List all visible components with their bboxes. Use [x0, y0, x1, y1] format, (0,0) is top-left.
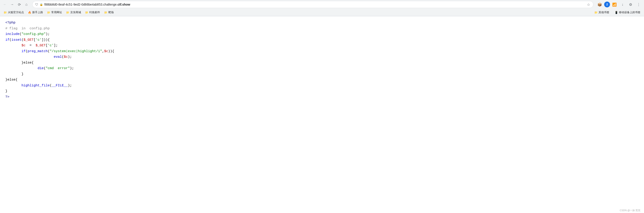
lock-icon: 🔒	[40, 3, 43, 6]
address-bar[interactable]: 🛡 🔒 f88bb8d0-8eaf-4c51-9ed2-0d66be4ab853…	[32, 1, 594, 8]
bookmark-other[interactable]: 📁 其他书签	[592, 10, 611, 15]
toolbar-right: 📦 2 📶 ↓ ⚙ ⋮	[596, 1, 642, 8]
c-var: $c	[22, 44, 26, 48]
bookmark-label: 火狐官方站点	[8, 10, 24, 14]
bookmark-folder-icon: 📁	[66, 11, 70, 14]
cast-button[interactable]: 📶	[611, 1, 618, 8]
code-line-12: highlight_file(__FILE__);	[5, 83, 639, 88]
url-plain-part: f88bb8d0-8eaf-4c51-9ed2-0d66be4ab853.cha…	[44, 3, 118, 6]
reload-button[interactable]: ⟳	[16, 1, 22, 8]
get-c-var: $_GET	[36, 44, 46, 48]
code-line-2: # flag in config.php	[5, 26, 639, 32]
bookmark-label: 新手上路	[32, 10, 43, 14]
include-keyword: include	[5, 32, 20, 36]
if-keyword: if	[5, 38, 10, 42]
bookmark-folder-icon: 📁	[85, 11, 88, 14]
save-button[interactable]: ↓	[619, 1, 626, 8]
isset-func: isset	[12, 38, 22, 42]
bookmark-item-phishing[interactable]: 📁 钓鱼邮件	[83, 10, 102, 15]
bookmark-phone-icon: 📱	[615, 11, 618, 14]
code-line-10: }	[5, 71, 639, 77]
code-line-8: }else{	[5, 60, 639, 66]
bookmark-folder-icon: 📁	[47, 11, 50, 14]
bookmark-folder-icon: 🔥	[28, 11, 31, 14]
comment: # flag in config.php	[5, 26, 50, 30]
file-const: __FILE__	[52, 84, 68, 88]
menu-button[interactable]: ⋮	[635, 1, 642, 8]
config-string: "config.php"	[22, 32, 46, 36]
bookmark-item-jd[interactable]: 📁 京东商城	[64, 10, 83, 15]
php-open-tag: <?php	[5, 21, 16, 24]
bookmark-label: 其他书签	[598, 10, 609, 14]
die-func: die	[38, 66, 44, 70]
browser-chrome: ← → ⟳ ⌂ 🛡 🔒 f88bb8d0-8eaf-4c51-9ed2-0d66…	[0, 0, 644, 16]
bookmark-folder-icon: 📁	[4, 11, 7, 14]
get-var: $_GET	[24, 38, 34, 42]
bookmark-label: 京东商城	[70, 10, 81, 14]
code-line-5: $c = $_GET['c'];	[5, 43, 639, 48]
bookmark-item-target[interactable]: 📁 靶场	[102, 10, 116, 15]
php-close-tag: ?>	[5, 95, 10, 99]
eval-func: eval	[54, 55, 62, 59]
forward-button[interactable]: →	[9, 1, 15, 8]
bookmark-label: 常用网址	[51, 10, 62, 14]
preg-match-func: preg_match	[28, 50, 48, 53]
extensions-puzzle-button[interactable]: ⚙	[627, 1, 634, 8]
bookmark-label: 移动设备上的书签	[619, 10, 640, 14]
code-line-13: }	[5, 88, 639, 94]
outer-else: }else{	[5, 78, 18, 82]
nav-bar: ← → ⟳ ⌂ 🛡 🔒 f88bb8d0-8eaf-4c51-9ed2-0d66…	[0, 0, 644, 9]
code-line-14: ?>	[5, 94, 639, 100]
url-bold-part: ctf.show	[118, 3, 130, 6]
bookmark-mobile[interactable]: 📱 移动设备上的书签	[613, 10, 642, 15]
bookmark-folder-icon: 📁	[104, 11, 108, 14]
bookmark-item-newcomer[interactable]: 🔥 新手上路	[26, 10, 45, 15]
code-line-6: if(preg_match("/system|exec|highlight/i"…	[5, 48, 639, 54]
if2-keyword: if	[22, 50, 26, 53]
back-button[interactable]: ←	[2, 1, 8, 8]
bookmark-item-common[interactable]: 📁 常用网址	[45, 10, 64, 15]
bookmark-star-button[interactable]: ☆	[586, 2, 590, 7]
bookmark-item-huhu[interactable]: 📁 火狐官方站点	[2, 10, 26, 15]
code-line-7: eval($c);	[5, 54, 639, 60]
security-icon: 🛡	[35, 3, 38, 6]
code-line-11: }else{	[5, 77, 639, 83]
bookmarks-bar: 📁 火狐官方站点 🔥 新手上路 📁 常用网址 📁 京东商城 📁 钓鱼邮件 📁 靶…	[0, 9, 644, 16]
url-display: f88bb8d0-8eaf-4c51-9ed2-0d66be4ab853.cha…	[44, 3, 585, 6]
code-line-4: if(isset($_GET['c'])){	[5, 37, 639, 43]
else-block-1: }else{	[22, 61, 34, 65]
bookmark-label: 钓鱼邮件	[89, 10, 100, 14]
home-button[interactable]: ⌂	[23, 1, 30, 8]
bookmark-label: 靶场	[108, 10, 114, 14]
code-line-3: include("config.php");	[5, 31, 639, 37]
regex-string: "/system|exec|highlight/i"	[50, 50, 102, 53]
code-area: <?php # flag in config.php include("conf…	[0, 16, 644, 150]
error-string: "cmd error"	[46, 66, 70, 70]
code-line-1: <?php	[5, 20, 639, 26]
profile-button[interactable]: 2	[604, 2, 610, 8]
highlight-file-func: highlight_file	[22, 84, 50, 88]
code-line-9: die("cmd error");	[5, 66, 639, 71]
extensions-button[interactable]: 📦	[596, 1, 603, 8]
bookmark-right-group: 📁 其他书签 📱 移动设备上的书签	[592, 10, 642, 15]
bookmark-folder-icon: 📁	[594, 11, 598, 14]
